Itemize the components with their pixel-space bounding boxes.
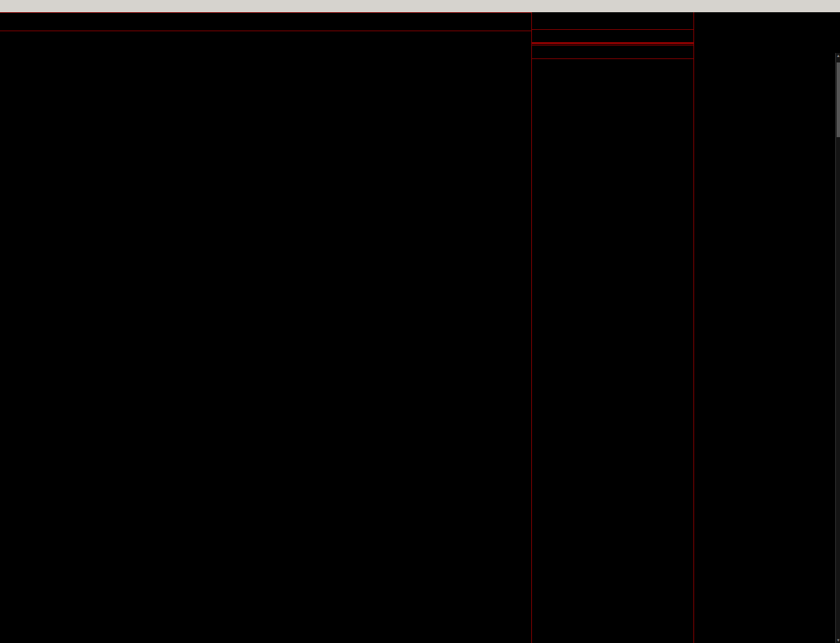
menubar <box>0 0 840 12</box>
weibi-label <box>535 30 558 42</box>
weibi-value <box>558 30 605 42</box>
f10-panel <box>694 12 835 643</box>
stock-header <box>532 12 693 30</box>
quote-minitabs <box>532 630 693 643</box>
trading-terminal: ▲ ▼ <box>0 0 840 643</box>
stock-stats <box>532 43 693 44</box>
chart-area <box>0 31 531 643</box>
trade-status <box>532 45 693 59</box>
weicha-label <box>605 30 632 42</box>
scroll-thumb[interactable] <box>837 62 840 137</box>
weicha-value <box>632 30 689 42</box>
quote-panel <box>532 12 693 630</box>
f10-scrollbar[interactable]: ▲ ▼ <box>835 53 840 643</box>
scroll-down-icon[interactable]: ▼ <box>836 638 840 642</box>
weibi-row <box>532 30 693 43</box>
scroll-up-icon[interactable]: ▲ <box>836 54 840 58</box>
toolbar <box>0 12 531 31</box>
